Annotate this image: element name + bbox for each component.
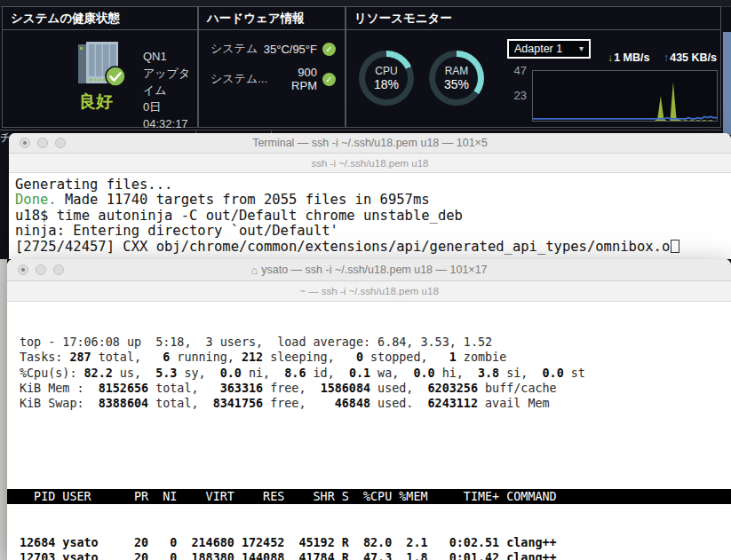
close-button[interactable] <box>20 138 30 148</box>
terminal1-titlebar[interactable]: Terminal — ssh -i ~/.ssh/u18.pem u18 — 1… <box>9 133 731 154</box>
terminal2-titlebar[interactable]: ⌂ ysato — ssh -i ~/.ssh/u18.pem u18 — 10… <box>7 259 731 281</box>
hw-label: システム <box>211 41 264 57</box>
status-ok-icon: ✓ <box>322 43 336 56</box>
system-health-title: システムの健康状態 <box>3 7 197 30</box>
upload-arrow-icon: ↑ <box>663 51 669 64</box>
window-controls <box>20 133 66 153</box>
uptime-value: 0日 04:32:17 <box>143 100 188 130</box>
ram-gauge-label: RAM <box>445 66 469 77</box>
screen: システムの健康状態 良好 QN1 アップタイム 0日 04:32:17 ハードウ… <box>0 0 731 560</box>
minimize-button[interactable] <box>36 264 46 275</box>
adapter-selected-value: Adapter 1 <box>514 41 562 57</box>
resource-monitor-title: リソースモニター <box>346 7 720 30</box>
terminal2-tab-title: ~ — ssh -i ~/.ssh/u18.pem u18 <box>299 286 439 296</box>
nas-device-icon <box>75 39 127 92</box>
background-text-fragment: チ <box>0 130 9 259</box>
adapter-dropdown[interactable]: Adapter 1 ▾ <box>507 39 591 59</box>
terminal-window-top[interactable]: ⌂ ysato — ssh -i ~/.ssh/u18.pem u18 — 10… <box>7 259 731 560</box>
cpu-gauge: CPU 18% <box>359 51 414 106</box>
panel-row-divider <box>0 130 721 130</box>
upload-rate: 435 KB/s <box>670 51 717 64</box>
table-row: 12684 ysato 20 0 214680 172452 45192 R 8… <box>20 535 731 550</box>
zoom-button[interactable] <box>55 138 66 148</box>
terminal2-tab[interactable]: ~ — ssh -i ~/.ssh/u18.pem u18 <box>7 281 731 302</box>
window-controls <box>18 259 64 280</box>
ram-gauge-value: 35% <box>444 77 469 91</box>
terminal1-window-title: Terminal — ssh -i ~/.ssh/u18.pem u18 — 1… <box>252 137 488 149</box>
terminal-window-build[interactable]: Terminal — ssh -i ~/.ssh/u18.pem u18 — 1… <box>9 133 731 259</box>
terminal2-output[interactable]: top - 17:06:08 up 5:18, 3 users, load av… <box>7 302 731 560</box>
cpu-gauge-label: CPU <box>375 66 397 77</box>
hardware-row-fan: システム... 900 RPM ✓ <box>211 66 336 92</box>
terminal1-output[interactable]: Generating files...Done. Made 11740 targ… <box>9 173 731 259</box>
hardware-row-temperature: システム 35°C/95°F ✓ <box>211 41 336 57</box>
ram-gauge: RAM 35% <box>429 51 484 106</box>
health-status-text: 良好 <box>79 91 113 114</box>
system-health-panel: システムの健康状態 良好 QN1 アップタイム 0日 04:32:17 <box>2 6 198 128</box>
terminal1-tab-title: ssh -i ~/.ssh/u18.pem u18 <box>311 158 428 169</box>
top-summary: top - 17:06:08 up 5:18, 3 users, load av… <box>20 335 731 412</box>
terminal1-tab[interactable]: ssh -i ~/.ssh/u18.pem u18 <box>9 154 731 173</box>
network-throughput-legend: ↓1 MB/s ↑435 KB/s <box>608 51 717 64</box>
hardware-info-title: ハードウェア情報 <box>199 7 345 30</box>
zoom-button[interactable] <box>53 264 64 275</box>
background-strip <box>0 259 7 560</box>
status-ok-icon: ✓ <box>322 73 336 86</box>
minimize-button[interactable] <box>37 138 48 148</box>
chevron-down-icon: ▾ <box>579 41 584 57</box>
desktop-edge <box>723 32 731 135</box>
resource-monitor-panel: リソースモニター CPU 18% RAM 35% Adapter 1 ▾ ↓1 … <box>346 6 721 128</box>
hardware-info-panel: ハードウェア情報 システム 35°C/95°F ✓ システム... 900 RP… <box>198 6 346 128</box>
device-name: QN1 <box>143 50 167 63</box>
download-rate: 1 MB/s <box>614 51 649 64</box>
hw-value: 35°C/95°F <box>264 43 317 56</box>
terminal2-window-title: ysato — ssh -i ~/.ssh/u18.pem u18 — 101×… <box>261 264 487 276</box>
close-button[interactable] <box>18 264 28 275</box>
download-arrow-icon: ↓ <box>608 51 613 64</box>
process-table-header: PID USER PR NI VIRT RES SHR S %CPU %MEM … <box>7 489 731 504</box>
network-traffic-graph <box>532 70 718 122</box>
table-row: 12703 ysato 20 0 188380 144088 41784 R 4… <box>20 550 731 560</box>
cpu-gauge-value: 18% <box>374 77 399 91</box>
y-axis-label-top: 47 <box>502 64 527 77</box>
home-icon: ⌂ <box>250 264 258 277</box>
uptime-label: アップタイム <box>143 67 190 97</box>
hw-label: システム... <box>211 71 280 87</box>
device-info: QN1 アップタイム 0日 04:32:17 <box>143 48 197 132</box>
y-axis-label-mid: 23 <box>502 89 527 102</box>
process-table: 12684 ysato 20 0 214680 172452 45192 R 8… <box>20 535 731 560</box>
hw-value: 900 RPM <box>280 66 317 92</box>
